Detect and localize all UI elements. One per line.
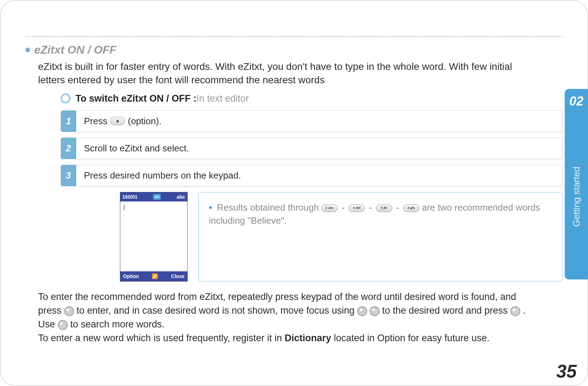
p1d: . xyxy=(523,305,526,316)
step-number: 3 xyxy=(61,165,76,186)
dpad-center-icon xyxy=(64,306,74,316)
p3b: located in Option for easy future use. xyxy=(334,333,489,343)
step-2: 2 Scroll to eZitxt and select. xyxy=(61,138,563,159)
phone-cursor: | xyxy=(122,204,126,210)
note-box: • Results obtained through 2 abc - 3 def… xyxy=(198,192,563,282)
note-before: Results obtained through xyxy=(217,202,321,213)
p3-bold: Dictionary xyxy=(285,333,331,343)
p2a: Use xyxy=(38,319,58,330)
key-sep: - xyxy=(342,202,347,213)
key-4-icon: 4 ghi xyxy=(403,204,419,212)
phone-screen: | xyxy=(120,201,187,271)
phone-mockup: 160/01 eZi abc | Option Close xyxy=(120,192,188,282)
page-number: 35 xyxy=(556,361,577,382)
key-2-icon: 2 abc xyxy=(321,204,338,212)
p1c: to the desired word and press xyxy=(382,305,510,316)
p1b: to enter, and in case desired word is no… xyxy=(77,305,357,316)
step-1-after: (option). xyxy=(128,116,161,127)
ezi-badge-icon: eZi xyxy=(153,194,161,200)
chapter-number: 02 xyxy=(565,89,588,114)
pencil-icon xyxy=(152,273,158,279)
dpad-center-icon xyxy=(58,320,68,330)
key-sep: - xyxy=(369,202,375,213)
phone-soft-right: Close xyxy=(171,273,184,279)
note-bullet-icon: • xyxy=(209,202,212,213)
dpad-left-icon xyxy=(357,306,367,316)
demo-row: 160/01 eZi abc | Option Close xyxy=(120,192,563,282)
option-key-icon xyxy=(110,117,125,125)
dpad-right-icon xyxy=(370,306,380,316)
phone-status-bar: 160/01 eZi abc xyxy=(120,192,187,201)
dotted-rule xyxy=(25,36,563,37)
step-1: 1 Press (option). xyxy=(61,110,563,132)
side-tab: 02 Getting started xyxy=(565,89,588,279)
key-sep: - xyxy=(396,202,402,213)
section-title: eZitxt ON / OFF xyxy=(34,43,116,56)
paragraph-block: To enter the recommended word from eZitx… xyxy=(38,290,532,345)
phone-mode-group: eZi xyxy=(153,194,161,200)
chapter-label: Getting started xyxy=(571,167,582,227)
p2b: to search more words. xyxy=(70,319,164,330)
dpad-center-icon xyxy=(510,306,520,316)
p3a: To enter a new word which is used freque… xyxy=(38,333,285,343)
lead-bold: To switch eZitxt ON / OFF : xyxy=(75,93,196,104)
lead-gray: In text editor xyxy=(196,93,249,104)
phone-mode: abc xyxy=(177,194,185,200)
lead-row: To switch eZitxt ON / OFF : In text edit… xyxy=(61,93,563,104)
step-body: Scroll to eZitxt and select. xyxy=(76,138,563,159)
step-body: Press desired numbers on the keypad. xyxy=(76,165,563,186)
ring-icon xyxy=(61,94,71,103)
step-body: Press (option). xyxy=(76,110,563,132)
phone-counter: 160/01 xyxy=(122,194,138,200)
steps-list: 1 Press (option). 2 Scroll to eZitxt and… xyxy=(61,110,563,282)
step-1-before: Press xyxy=(84,116,107,127)
step-number: 1 xyxy=(61,110,76,132)
step-3: 3 Press desired numbers on the keypad. xyxy=(61,165,563,186)
phone-soft-left: Option xyxy=(123,273,139,279)
bullet-icon xyxy=(25,48,30,52)
manual-page: eZitxt ON / OFF eZitxt is built in for f… xyxy=(0,0,588,386)
key-3-icon: 3 def xyxy=(348,204,365,212)
intro-text: eZitxt is built in for faster entry of w… xyxy=(38,60,525,87)
section-header: eZitxt ON / OFF xyxy=(25,43,563,56)
step-number: 2 xyxy=(61,138,76,159)
chapter-label-box: Getting started xyxy=(565,114,588,279)
phone-softkeys: Option Close xyxy=(120,271,187,281)
key-5-icon: 5 jkl xyxy=(376,204,392,212)
